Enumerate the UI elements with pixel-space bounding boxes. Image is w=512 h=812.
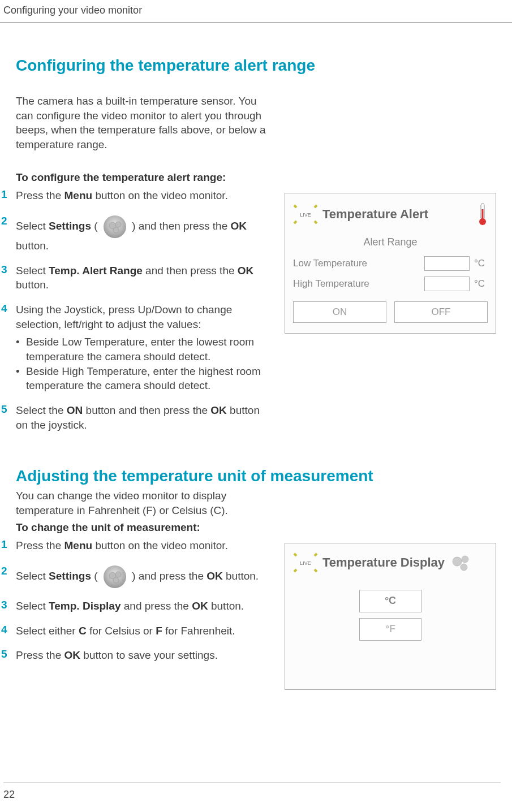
svg-point-2 (115, 222, 121, 227)
step-text: Select Temp. Display and press the OK bu… (16, 599, 244, 614)
svg-point-3 (113, 227, 119, 233)
svg-point-11 (113, 577, 119, 583)
section-heading-temp-unit: Adjusting the temperature unit of measur… (16, 467, 496, 485)
page-footer: 22 (3, 783, 501, 801)
screenshot-subtitle: Alert Range (293, 236, 488, 248)
screenshot-temp-display: LIVE Temperature Display °C °F (285, 543, 496, 690)
fahrenheit-option[interactable]: °F (359, 618, 421, 641)
header-title: Configuring your video monitor (3, 5, 142, 16)
svg-point-10 (115, 572, 121, 577)
screenshot-title: Temperature Alert (322, 207, 428, 222)
step-1: 1 Press the Menu button on the video mon… (16, 188, 273, 203)
step-number: 2 (1, 215, 16, 253)
low-temp-label: Low Temperature (293, 258, 420, 269)
step-5: 5 Press the OK button to save your setti… (16, 648, 273, 663)
step-text: Select Settings ( ) and then press the O… (16, 215, 273, 253)
high-temp-label: High Temperature (293, 278, 420, 290)
page-header: Configuring your video monitor (0, 0, 512, 23)
section2-intro: You can change the video monitor to disp… (16, 489, 270, 517)
step-text: Select Settings ( ) and press the OK but… (16, 565, 259, 589)
svg-rect-7 (482, 209, 484, 222)
svg-point-15 (461, 564, 467, 571)
step-2: 2 Select Settings ( ) and then press the… (16, 215, 273, 253)
screenshot-title: Temperature Display (322, 555, 445, 570)
step-text: Press the Menu button on the video monit… (16, 188, 228, 203)
step-number: 2 (1, 565, 16, 589)
step-number: 4 (1, 624, 16, 638)
svg-text:LIVE: LIVE (300, 212, 311, 218)
step-number: 4 (1, 303, 16, 393)
page-number: 22 (3, 789, 15, 800)
svg-point-14 (462, 556, 468, 563)
section1-subheading: To configure the temperature alert range… (16, 171, 496, 184)
svg-point-13 (453, 557, 462, 566)
thermometer-icon (477, 202, 488, 226)
step-text: Press the OK button to save your setting… (16, 648, 218, 663)
gear-icon (103, 215, 127, 239)
step-number: 1 (1, 538, 16, 553)
high-temp-input[interactable] (424, 277, 470, 291)
screenshot-temp-alert: LIVE Temperature Alert Alert Range Low T… (285, 193, 496, 334)
step-number: 3 (1, 599, 16, 614)
step-2: 2 Select Settings ( ) and press the OK b… (16, 565, 273, 589)
live-badge-icon: LIVE (293, 204, 318, 224)
step-1: 1 Press the Menu button on the video mon… (16, 538, 273, 553)
off-button[interactable]: OFF (394, 301, 488, 323)
step-number: 1 (1, 188, 16, 203)
step-number: 5 (1, 648, 16, 663)
on-button[interactable]: ON (293, 301, 386, 323)
step-text: Press the Menu button on the video monit… (16, 538, 228, 553)
step-text: Select either C for Celsius or F for Fah… (16, 624, 235, 638)
low-temp-input[interactable] (424, 256, 470, 271)
unit-label: °C (474, 278, 488, 290)
step-number: 3 (1, 264, 16, 292)
step-5: 5 Select the ON button and then press th… (16, 403, 273, 432)
gears-icon (449, 552, 472, 573)
step-text: Select Temp. Alert Range and then press … (16, 264, 273, 292)
section-heading-temp-alert: Configuring the temperature alert range (16, 57, 496, 75)
low-temp-row: Low Temperature °C (293, 256, 488, 271)
live-badge-icon: LIVE (293, 552, 318, 573)
unit-label: °C (474, 258, 488, 269)
section1-intro: The camera has a built-in temperature se… (16, 94, 270, 152)
step-3: 3 Select Temp. Display and press the OK … (16, 599, 273, 614)
high-temp-row: High Temperature °C (293, 277, 488, 291)
step-4: 4 Using the Joystick, press Up/Down to c… (16, 303, 273, 393)
svg-text:LIVE: LIVE (300, 560, 311, 566)
section2-subheading: To change the unit of measurement: (16, 521, 496, 534)
step-3: 3 Select Temp. Alert Range and then pres… (16, 264, 273, 292)
step-4: 4 Select either C for Celsius or F for F… (16, 624, 273, 638)
gear-icon (103, 565, 127, 589)
step-text: Using the Joystick, press Up/Down to cha… (16, 303, 273, 393)
celsius-option[interactable]: °C (359, 590, 421, 612)
step-text: Select the ON button and then press the … (16, 403, 273, 432)
step-number: 5 (1, 403, 16, 432)
